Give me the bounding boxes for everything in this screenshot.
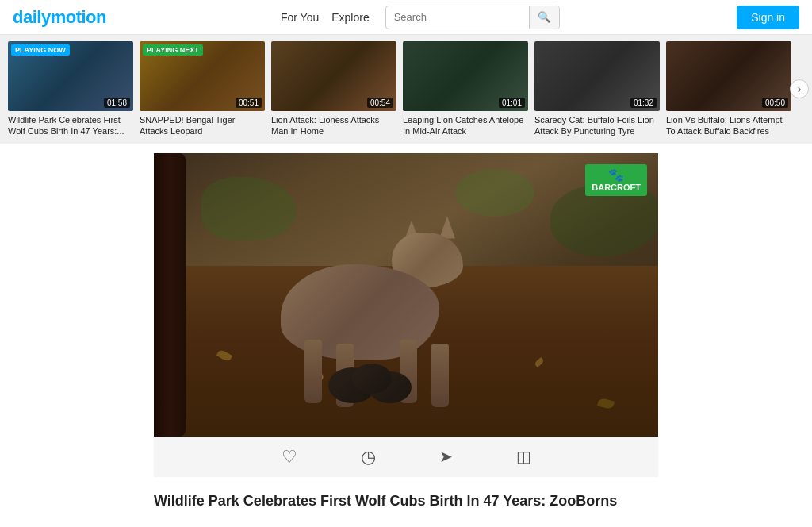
- playing-next-badge: Playing next: [143, 44, 203, 56]
- video-player-wrap: 🐾 BARCROFT ♡ ◷ ➤ ◫: [154, 153, 658, 477]
- playlist-title-1: Wildlife Park Celebrates First Wolf Cubs…: [8, 114, 133, 137]
- playlist-item-1[interactable]: Playing now 01:58 Wildlife Park Celebrat…: [8, 41, 133, 137]
- playlist-duration-6: 00:50: [762, 98, 788, 108]
- barcroft-paw-icon: 🐾: [608, 167, 624, 183]
- playing-now-badge: Playing now: [11, 44, 70, 56]
- playlist-title-4: Leaping Lion Catches Antelope In Mid-Air…: [403, 114, 528, 137]
- playlist-title-5: Scaredy Cat: Buffalo Foils Lion Attack B…: [534, 114, 660, 137]
- playlist-thumb-4: 01:01: [403, 41, 528, 111]
- watch-later-button[interactable]: ◷: [361, 447, 376, 467]
- search-icon: 🔍: [538, 11, 551, 23]
- wolf-pup-3: [352, 364, 392, 394]
- barcroft-label: BARCROFT: [592, 183, 641, 193]
- playlist-item-2[interactable]: Playing next 00:51 SNAPPED! Bengal Tiger…: [140, 41, 265, 137]
- playlist-thumb-3: 00:54: [271, 41, 396, 111]
- playlist-item-6[interactable]: 00:50 Lion Vs Buffalo: Lions Attempt To …: [666, 41, 791, 137]
- search-input[interactable]: [386, 8, 529, 26]
- signin-button[interactable]: Sign in: [737, 6, 799, 29]
- wolf-leg-front-left: [304, 340, 322, 403]
- video-player[interactable]: 🐾 BARCROFT: [154, 153, 658, 437]
- playlist-next-button[interactable]: ›: [790, 79, 809, 98]
- logo[interactable]: dailymotion: [13, 7, 106, 28]
- send-icon: ➤: [439, 447, 453, 466]
- playlist-duration-1: 01:58: [104, 98, 130, 108]
- playlist-strip: Playing now 01:58 Wildlife Park Celebrat…: [0, 35, 812, 144]
- playlist-item-4[interactable]: 01:01 Leaping Lion Catches Antelope In M…: [403, 41, 528, 137]
- heart-icon: ♡: [282, 447, 297, 467]
- video-title-section: Wildlife Park Celebrates First Wolf Cubs…: [154, 477, 658, 527]
- video-title: Wildlife Park Celebrates First Wolf Cubs…: [154, 491, 658, 511]
- playlist-thumb-1: Playing now 01:58: [8, 41, 133, 111]
- nav-explore[interactable]: Explore: [331, 11, 369, 24]
- nav-for-you[interactable]: For You: [281, 11, 319, 24]
- playlist-thumb-6: 00:50: [666, 41, 791, 111]
- playlist-thumb-2: Playing next 00:51: [140, 41, 265, 111]
- playlist-duration-3: 00:54: [367, 98, 393, 108]
- playlist-title-3: Lion Attack: Lioness Attacks Man In Home: [271, 114, 396, 137]
- header: dailymotion For You Explore 🔍 Sign in: [0, 0, 812, 35]
- playlist-icon: ◫: [516, 447, 531, 466]
- playlist-thumb-5: 01:32: [534, 41, 660, 111]
- search-bar: 🔍: [385, 6, 560, 29]
- wolf-scene: 🐾 BARCROFT: [154, 153, 658, 437]
- wolf-leg-back-right: [431, 344, 449, 407]
- playlist-item-3[interactable]: 00:54 Lion Attack: Lioness Attacks Man I…: [271, 41, 396, 137]
- playlist-title-6: Lion Vs Buffalo: Lions Attempt To Attack…: [666, 114, 791, 137]
- playlist-add-button[interactable]: ◫: [516, 447, 531, 467]
- like-button[interactable]: ♡: [282, 447, 297, 467]
- playlist-item-5[interactable]: 01:32 Scaredy Cat: Buffalo Foils Lion At…: [534, 41, 660, 137]
- barcroft-badge: 🐾 BARCROFT: [585, 164, 647, 196]
- clock-icon: ◷: [361, 447, 376, 467]
- search-button[interactable]: 🔍: [529, 6, 559, 29]
- nav: For You Explore: [281, 11, 370, 24]
- playlist-duration-4: 01:01: [499, 98, 525, 108]
- video-controls: ♡ ◷ ➤ ◫: [154, 437, 658, 477]
- playlist-title-2: SNAPPED! Bengal Tiger Attacks Leopard: [140, 114, 265, 137]
- playlist-duration-5: 01:32: [630, 98, 657, 108]
- playlist-duration-2: 00:51: [236, 98, 262, 108]
- main-content: 🐾 BARCROFT ♡ ◷ ➤ ◫ Wildlife Park Celebra…: [0, 144, 812, 527]
- share-button[interactable]: ➤: [439, 447, 453, 467]
- wolf-body: [249, 217, 471, 391]
- tree-trunk: [154, 153, 186, 437]
